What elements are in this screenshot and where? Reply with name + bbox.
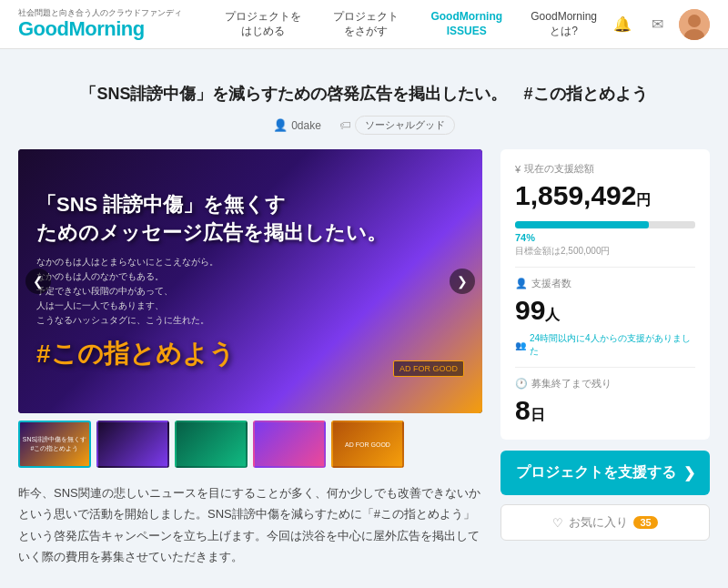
amount-value: 1,859,492 [515,180,636,210]
nav-item-issues[interactable]: GoodMorning ISSUES [415,10,518,38]
thumbnail-5[interactable]: AD FOR GOOD [331,421,404,468]
mail-icon[interactable]: ✉ [644,12,670,37]
thumb-text-1: SNS誹謗中傷を無くす#この指とめよう [21,433,88,455]
clock-icon: 🕐 [515,378,528,390]
thumb-text-3 [209,442,213,446]
progress-pct: 74% [515,232,695,243]
support-btn-label: プロジェクトを支援する [516,463,676,482]
thumbnail-1[interactable]: SNS誹謗中傷を無くす#この指とめよう [18,421,91,468]
svg-point-1 [688,15,701,27]
thumbnail-4[interactable] [253,421,326,468]
days-unit: 日 [531,407,545,422]
amount-unit: 円 [636,192,651,208]
carousel-next-button[interactable]: ❯ [450,269,475,294]
header-icons: 🔔 ✉ [610,9,710,40]
thumb-text-2 [131,442,135,446]
supporters-unit: 人 [545,307,560,322]
image-section: 「SNS 誹謗中傷」を無くす ためのメッセージ広告を掲出したい。 なかのもは人は… [18,149,482,568]
thumbnails: SNS誹謗中傷を無くす#この指とめよう AD FOR GOOD [18,421,482,468]
support-amount-block: ¥ 現在の支援総額 1,859,492円 74% 目標金額は2,500,000円… [500,149,710,440]
nav-item-about[interactable]: GoodMorningとは? [518,10,610,38]
project-title: 「SNS誹謗中傷」を減らすための啓発広告を掲出したい。 #この指とめよう [18,82,710,106]
avatar[interactable] [679,9,710,40]
supporters-icon: 👤 [515,278,528,289]
days-value: 8 [515,395,531,425]
author-meta: 👤 0dake [273,118,321,132]
billboard-line2: ためのメッセージ広告を掲出したい。 [36,221,387,244]
support-amount: 1,859,492円 [515,179,695,212]
project-meta: 👤 0dake 🏷 ソーシャルグッド [18,116,710,135]
next-arrow-icon: ❯ [457,274,468,289]
tag-badge[interactable]: ソーシャルグッド [355,116,455,135]
tag-icon: 🏷 [339,118,351,132]
main-nav: プロジェクトをはじめる プロジェクトをさがす GoodMorning ISSUE… [209,10,610,38]
heart-icon: ♡ [552,516,563,530]
main-image-bg: 「SNS 誹謗中傷」を無くす ためのメッセージ広告を掲出したい。 なかのもは人は… [18,149,482,413]
group-icon: 👥 [515,340,526,350]
supporters-count: 99人 [515,294,695,327]
billboard-main-text: 「SNS 誹謗中傷」を無くす ためのメッセージ広告を掲出したい。 [36,191,464,248]
favorite-button[interactable]: ♡ お気に入り 35 [500,504,710,541]
thumb-text-4 [288,442,291,446]
logo-area: 社会問題と向き合う人のクラウドファンディ GoodMorning [18,8,182,40]
favorite-count: 35 [633,516,657,529]
header: 社会問題と向き合う人のクラウドファンディ GoodMorning プロジェクトを… [0,0,728,49]
days-remaining: 8日 [515,394,695,427]
nav-item-start[interactable]: プロジェクトをはじめる [209,10,316,38]
support-button[interactable]: プロジェクトを支援する ❯ [500,451,710,495]
carousel-prev-button[interactable]: ❮ [25,269,51,294]
main-content: 「SNS誹謗中傷」を減らすための啓発広告を掲出したい。 #この指とめよう 👤 0… [0,49,728,586]
project-description: 昨今、SNS関連の悲しいニュースを目にすることが多く、何か少しでも改善できないか… [18,482,482,568]
progress-bar-fill [515,221,649,228]
tag-meta: 🏷 ソーシャルグッド [339,116,455,135]
billboard-text: 「SNS 誹謗中傷」を無くす ためのメッセージ広告を掲出したい。 なかのもは人は… [18,149,482,413]
current-support-label: ¥ 現在の支援総額 [515,162,695,176]
supporters-value: 99 [515,295,545,325]
content-row: 「SNS 誹謗中傷」を無くす ためのメッセージ広告を掲出したい。 なかのもは人は… [18,149,710,568]
support-btn-arrow-icon: ❯ [683,464,695,482]
nav-item-find[interactable]: プロジェクトをさがす [316,10,415,38]
bell-icon[interactable]: 🔔 [610,12,635,37]
ad-badge: AD FOR GOOD [393,360,464,377]
recent-support: 👥 24時間以内に4人からの支援がありました [515,332,695,358]
favorite-label: お気に入り [569,514,628,531]
divider-1 [515,267,695,268]
author-name: 0dake [291,119,321,132]
thumb-text-5: AD FOR GOOD [343,440,392,450]
billboard-line1: 「SNS 誹謗中傷」を無くす [36,193,286,216]
divider-2 [515,367,695,368]
thumbnail-2[interactable] [96,421,169,468]
supporters-label: 👤 支援者数 [515,277,695,290]
site-logo[interactable]: GoodMorning [18,18,182,40]
main-image-wrap: 「SNS 誹謗中傷」を無くす ためのメッセージ広告を掲出したい。 なかのもは人は… [18,149,482,413]
person-icon: 👤 [273,118,288,132]
prev-arrow-icon: ❮ [33,274,44,289]
progress-target: 目標金額は2,500,000円 [515,245,695,258]
billboard-sub-text: なかのもは人はとまらないにとこえながら。なかのもは人のなかでもある。予定できない… [36,255,464,328]
deadline-label: 🕐 募集終了まで残り [515,377,695,390]
yen-icon: ¥ [515,164,521,175]
stats-panel: ¥ 現在の支援総額 1,859,492円 74% 目標金額は2,500,000円… [500,149,710,541]
progress-bar-wrap [515,221,695,228]
thumbnail-3[interactable] [175,421,248,468]
